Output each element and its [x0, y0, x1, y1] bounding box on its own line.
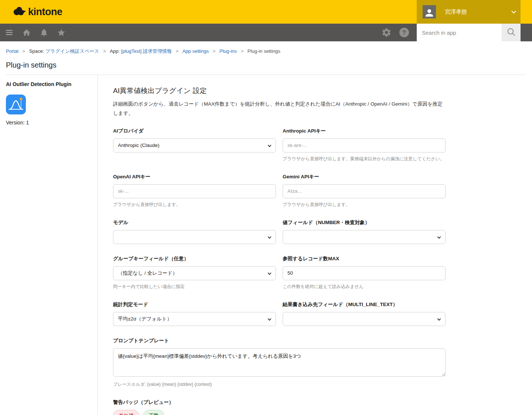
- global-navbar: ?: [0, 24, 532, 41]
- field-gemini-key: Gemini APIキー ブラウザから直接呼び出します。: [283, 174, 446, 208]
- top-header: kintone 宮澤孝慈: [0, 0, 532, 24]
- breadcrumb-space-prefix: Space:: [29, 48, 45, 54]
- breadcrumb-app[interactable]: [plugTest] 請求管理情報: [121, 48, 172, 54]
- field-group-key: グループキーフィールド（任意） （指定なし / 全レコード） 同一キー内で比較し…: [113, 255, 276, 290]
- anthropic-key-input[interactable]: [283, 138, 446, 152]
- search-button[interactable]: [502, 24, 521, 41]
- settings-description: 詳細画面のボタンから、過去レコード（MAX件数まで）を統計分析し、外れ値と判定さ…: [113, 100, 446, 118]
- stat-mode-select[interactable]: 平均±2σ（デフォルト）: [113, 312, 276, 326]
- anthropic-key-helper: ブラウザから直接呼び出します。業務端末以外からの漏洩に注意してください。: [283, 156, 446, 162]
- ai-provider-label: AIプロバイダ: [113, 128, 276, 134]
- badge-preview-label: 警告バッジ（プレビュー）: [113, 399, 446, 406]
- field-value-field: 値フィールド（NUMBER・検査対象）: [283, 219, 446, 244]
- help-icon[interactable]: ?: [399, 27, 409, 38]
- gemini-key-label: Gemini APIキー: [283, 174, 446, 180]
- field-prompt-template: プロンプトテンプレート 値{value}は平均{mean}標準偏差{stddev…: [113, 337, 446, 388]
- prompt-template-label: プロンプトテンプレート: [113, 337, 446, 344]
- chevron-down-icon: [511, 9, 516, 14]
- breadcrumb-separator: >: [103, 48, 106, 54]
- field-anthropic-key: Anthropic APIキー ブラウザから直接呼び出します。業務端末以外からの…: [283, 128, 446, 162]
- group-key-select[interactable]: （指定なし / 全レコード）: [113, 266, 276, 280]
- openai-key-input[interactable]: [113, 184, 276, 198]
- plugin-version: Version: 1: [6, 120, 98, 126]
- gemini-key-input[interactable]: [283, 184, 446, 198]
- breadcrumb: Portal > Space: プラグイン検証スペース > App: [plug…: [0, 41, 532, 55]
- field-model: モデル: [113, 219, 276, 244]
- value-field-select[interactable]: [283, 230, 446, 244]
- page-title: Plug-in settings: [6, 61, 526, 69]
- breadcrumb-app-prefix: App:: [110, 48, 121, 54]
- field-openai-key: OpenAI APIキー ブラウザから直接呼び出します。: [113, 174, 276, 208]
- brand-name: kintone: [28, 6, 62, 18]
- breadcrumb-separator: >: [175, 48, 178, 54]
- breadcrumb-plugins[interactable]: Plug-ins: [219, 48, 237, 54]
- form-grid: AIプロバイダ Anthropic (Claude) Anthropic API…: [113, 128, 446, 415]
- kintone-logo[interactable]: kintone: [13, 5, 62, 18]
- group-key-label: グループキーフィールド（任意）: [113, 255, 276, 262]
- notifications-bell-icon[interactable]: [40, 28, 48, 37]
- breadcrumb-separator: >: [23, 48, 25, 54]
- prompt-template-helper: プレースホルダ: {value} {mean} {stddev} {contex…: [113, 381, 446, 388]
- field-ai-provider: AIプロバイダ Anthropic (Claude): [113, 128, 276, 162]
- prompt-template-textarea[interactable]: 値{value}は平均{mean}標準偏差{stddev}から外れています。考え…: [113, 348, 446, 377]
- breadcrumb-app-settings[interactable]: App settings: [183, 48, 209, 54]
- field-result-field: 結果書き込み先フィールド（MULTI_LINE_TEXT）: [283, 301, 446, 326]
- outlier-badge: 外れ値: [113, 410, 139, 415]
- app-search: [417, 24, 521, 41]
- breadcrumb-separator: >: [213, 48, 216, 54]
- user-menu[interactable]: 宮澤孝慈: [417, 0, 521, 24]
- ai-provider-select[interactable]: Anthropic (Claude): [113, 138, 276, 152]
- openai-key-helper: ブラウザから直接呼び出します。: [113, 202, 276, 208]
- stat-mode-label: 統計判定モード: [113, 301, 276, 308]
- gemini-key-helper: ブラウザから直接呼び出します。: [283, 202, 446, 208]
- user-avatar: [423, 5, 436, 18]
- max-records-label: 参照するレコード数MAX: [283, 255, 446, 262]
- kintone-logo-icon: [13, 5, 26, 18]
- model-select[interactable]: [113, 230, 276, 244]
- search-icon: [506, 27, 516, 38]
- value-field-label: 値フィールド（NUMBER・検査対象）: [283, 219, 446, 226]
- breadcrumb-portal[interactable]: Portal: [6, 48, 18, 54]
- gear-icon[interactable]: [381, 27, 392, 38]
- user-name: 宮澤孝慈: [445, 8, 467, 16]
- group-key-helper: 同一キー内で比較したい場合に指定: [113, 284, 276, 290]
- breadcrumb-space[interactable]: プラグイン検証スペース: [45, 48, 99, 54]
- field-badge-preview: 警告バッジ（プレビュー） 外れ値 正常: [113, 399, 446, 415]
- home-icon[interactable]: [22, 28, 31, 37]
- svg-text:?: ?: [402, 30, 406, 36]
- plugin-name: AI Outlier Detection Plugin: [6, 81, 98, 87]
- breadcrumb-separator: >: [241, 48, 244, 54]
- settings-heading: AI異常値検出プラグイン 設定: [113, 86, 446, 96]
- hamburger-menu-icon[interactable]: [5, 28, 14, 37]
- badge-preview: 外れ値 正常: [113, 410, 446, 415]
- result-field-select[interactable]: [283, 312, 446, 326]
- plugin-sidebar: AI Outlier Detection Plugin Version: 1: [6, 75, 98, 415]
- plugin-icon: [6, 95, 26, 114]
- search-input[interactable]: [417, 24, 502, 41]
- plugin-settings-form: AI異常値検出プラグイン 設定 詳細画面のボタンから、過去レコード（MAX件数ま…: [98, 75, 446, 415]
- field-max-records: 参照するレコード数MAX この件数を絶対に超えて読み込みません: [283, 255, 446, 290]
- model-label: モデル: [113, 219, 276, 226]
- field-stat-mode: 統計判定モード 平均±2σ（デフォルト）: [113, 301, 276, 326]
- max-records-input[interactable]: [283, 266, 446, 280]
- content: AI Outlier Detection Plugin Version: 1 A…: [0, 75, 532, 415]
- anthropic-key-label: Anthropic APIキー: [283, 128, 446, 134]
- breadcrumb-current: Plug-in settings: [248, 48, 280, 54]
- openai-key-label: OpenAI APIキー: [113, 174, 276, 180]
- max-records-helper: この件数を絶対に超えて読み込みません: [283, 284, 446, 290]
- normal-badge: 正常: [143, 410, 164, 415]
- navbar-right: ?: [381, 24, 532, 41]
- favorites-star-icon[interactable]: [57, 28, 66, 37]
- result-field-label: 結果書き込み先フィールド（MULTI_LINE_TEXT）: [283, 301, 446, 308]
